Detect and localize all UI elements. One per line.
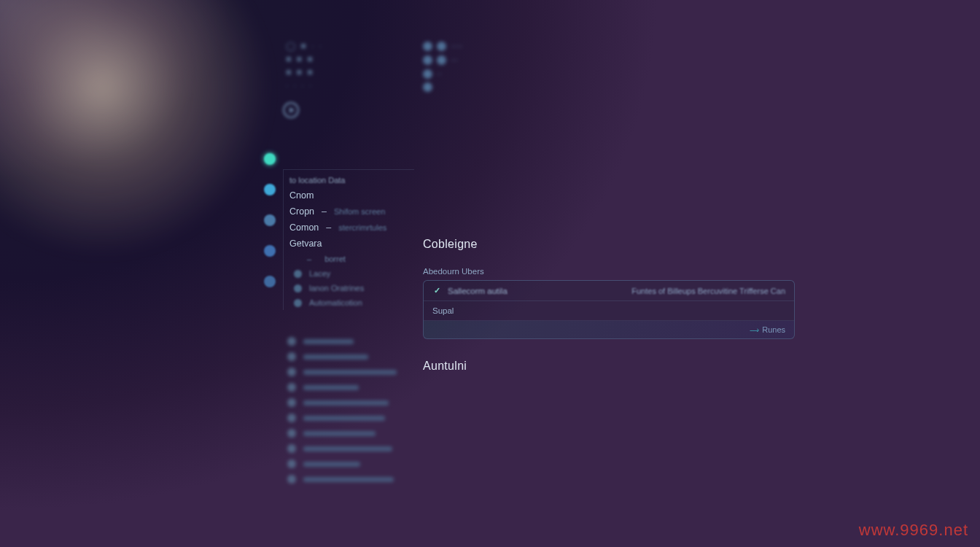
bullet-icon [287, 398, 296, 407]
sidebar-top-icons: ◯ ■ · · ■ ■ ■ ■ ■ ■ · · · · [283, 41, 414, 90]
config-input: ✓ Sallecorm autila Funtes of Billeups Be… [423, 280, 795, 339]
toolbar-cluster: ····· ··· ·· [423, 41, 795, 92]
arrow-icon: —› [750, 325, 758, 334]
dot-icon [294, 299, 302, 307]
tool-icon [423, 42, 432, 51]
rail-icon[interactable] [264, 245, 276, 257]
activity-rail [258, 153, 281, 287]
list-item-label [303, 385, 359, 390]
rail-icon[interactable] [264, 214, 276, 226]
palette-item[interactable]: Cnom [289, 187, 414, 203]
check-icon: ✓ [432, 286, 442, 295]
run-hint: —› Runes [750, 325, 785, 334]
dot-icon [294, 284, 302, 292]
field-label: Abedourn Ubers [423, 267, 795, 276]
list-item-label [303, 446, 392, 451]
palette-subrow: – borret [289, 252, 414, 266]
list-item[interactable] [287, 398, 411, 407]
list-item[interactable] [287, 352, 411, 361]
dot-icon [294, 270, 302, 278]
bullet-icon [287, 459, 296, 468]
list-item-label [303, 370, 397, 375]
list-item-label [303, 354, 368, 360]
list-item[interactable] [287, 429, 411, 438]
list-item[interactable] [287, 337, 411, 346]
list-item[interactable] [287, 459, 411, 468]
palette-line[interactable]: Automaticotion [289, 295, 414, 310]
rail-icon[interactable] [264, 153, 276, 165]
list-item-label [303, 339, 354, 344]
input-row[interactable]: ✓ Sallecorm autila Funtes of Billeups Be… [424, 281, 794, 301]
palette-header: to location Data [289, 176, 414, 185]
input-hint: Funtes of Billeups Bercuvitine Trifferse… [631, 287, 785, 295]
sidebar-list [287, 337, 411, 484]
bullet-icon [287, 444, 296, 453]
input-value: Supal [432, 306, 454, 315]
sidebar-panel: ◯ ■ · · ■ ■ ■ ■ ■ ■ · · · · to location … [283, 41, 414, 310]
bullet-icon [287, 368, 296, 376]
palette-item[interactable]: Cropn – Shifom screen [289, 203, 414, 220]
list-item[interactable] [287, 414, 411, 422]
tool-icon [437, 42, 446, 51]
toolbar-row[interactable]: ····· [423, 41, 795, 51]
palette-line[interactable]: Lacey [289, 266, 414, 281]
bullet-icon [287, 337, 296, 346]
tool-icon [437, 55, 446, 65]
command-palette: to location Data Cnom Cropn – Shifom scr… [283, 169, 414, 310]
bullet-icon [287, 383, 296, 392]
list-item-label [303, 462, 360, 467]
palette-item[interactable]: Getvara [289, 236, 414, 252]
palette-item[interactable]: Comon – stercrimrtules [289, 220, 414, 236]
main-content: ····· ··· ·· Cobleigne Abedourn Ubers ✓ … [423, 41, 795, 389]
tool-icon [423, 82, 432, 92]
bullet-icon [287, 429, 296, 438]
list-item[interactable] [287, 383, 411, 392]
bullet-icon [287, 475, 296, 484]
toolbar-row[interactable] [423, 82, 795, 92]
list-item[interactable] [287, 368, 411, 376]
list-item-label [303, 431, 376, 436]
toolbar-row[interactable]: ·· [423, 69, 795, 79]
bullet-icon [287, 414, 296, 422]
list-item-label [303, 416, 385, 421]
tool-icon [423, 55, 432, 65]
input-row[interactable]: Supal [424, 301, 794, 321]
input-footer[interactable]: —› Runes [424, 321, 794, 338]
watermark: www.9969.net [859, 521, 968, 540]
rail-icon[interactable] [264, 184, 276, 195]
play-button[interactable] [283, 102, 414, 118]
input-value: Sallecorm autila [448, 287, 508, 295]
list-item[interactable] [287, 475, 411, 484]
list-item-label [303, 400, 389, 406]
play-icon [283, 102, 299, 118]
tool-icon [423, 69, 432, 79]
palette-line[interactable]: lanon Oratrines [289, 281, 414, 295]
section-title: Auntulni [423, 360, 795, 373]
list-item-label [303, 477, 394, 482]
light-flare [0, 0, 292, 277]
bullet-icon [287, 352, 296, 361]
section-title: Cobleigne [423, 238, 795, 251]
toolbar-row[interactable]: ··· [423, 55, 795, 65]
rail-icon[interactable] [264, 276, 276, 287]
list-item[interactable] [287, 444, 411, 453]
